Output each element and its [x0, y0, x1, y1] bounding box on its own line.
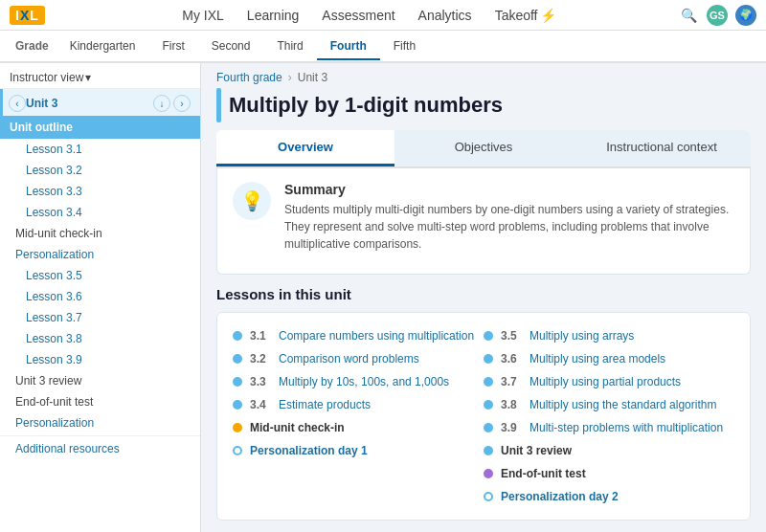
- search-button[interactable]: 🔍: [678, 5, 699, 26]
- lesson-item-3-4[interactable]: 3.4 Estimate products: [233, 393, 484, 416]
- main-layout: Instructor view ▾ ‹ Unit 3 ↓ › Unit outl…: [0, 63, 766, 532]
- user-avatar-blue[interactable]: 🌍: [735, 5, 756, 26]
- unit-outline-header: Unit outline: [0, 116, 200, 139]
- nav-my-ixl[interactable]: My IXL: [182, 8, 224, 23]
- lesson-link-personalization-2[interactable]: Personalization day 2: [501, 490, 619, 503]
- lesson-item-unit-review: Unit 3 review: [484, 439, 734, 462]
- nav-takeoff[interactable]: Takeoff⚡: [495, 8, 556, 23]
- grade-tab-1[interactable]: First: [148, 33, 197, 60]
- summary-body: Students multiply multi-digit numbers by…: [284, 201, 734, 253]
- nav-links: My IXL Learning Assessment Analytics Tak…: [60, 8, 678, 23]
- lesson-item-3-6[interactable]: 3.6 Multiply using area models: [484, 347, 734, 370]
- sidebar-end-of-unit: End-of-unit test: [0, 391, 200, 412]
- lesson-link-3-8[interactable]: Multiply using the standard algorithm: [529, 398, 716, 411]
- main-content: Fourth grade › Unit 3 Multiply by 1-digi…: [201, 63, 766, 532]
- unit-expand-arrow[interactable]: ↓: [153, 95, 170, 112]
- title-accent: [216, 88, 221, 122]
- overview-card: 💡 Summary Students multiply multi-digit …: [216, 168, 751, 275]
- grade-tab-k[interactable]: Kindergarten: [56, 33, 149, 60]
- summary-section: 💡 Summary Students multiply multi-digit …: [233, 182, 734, 253]
- lesson-link-3-2[interactable]: Comparison word problems: [279, 352, 419, 366]
- lesson-link-3-6[interactable]: Multiply using area models: [529, 352, 665, 366]
- lesson-item-3-5[interactable]: 3.5 Multiply using arrays: [484, 324, 734, 347]
- user-avatar-green[interactable]: GS: [707, 5, 728, 26]
- sidebar-item-lesson-3-7[interactable]: Lesson 3.7: [0, 307, 200, 328]
- lesson-item-3-3[interactable]: 3.3 Multiply by 10s, 100s, and 1,000s: [233, 370, 484, 393]
- sidebar-personalization-2[interactable]: Personalization: [0, 412, 200, 433]
- lesson-num-3-6: 3.6: [501, 352, 522, 366]
- breadcrumb: Fourth grade › Unit 3: [201, 63, 766, 88]
- lesson-link-3-7[interactable]: Multiply using partial products: [529, 375, 681, 388]
- nav-assessment[interactable]: Assessment: [322, 8, 394, 23]
- unit-next-arrow[interactable]: ›: [173, 95, 191, 112]
- lesson-item-3-1[interactable]: 3.1 Compare numbers using multiplication: [233, 324, 484, 347]
- unit-label: Unit 3: [26, 97, 153, 110]
- grade-tab-2[interactable]: Second: [198, 33, 264, 60]
- grade-tabs: Grade Kindergarten First Second Third Fo…: [0, 31, 766, 63]
- lesson-link-3-9[interactable]: Multi-step problems with multiplication: [529, 421, 723, 434]
- lesson-num-3-7: 3.7: [501, 375, 522, 388]
- tab-objectives[interactable]: Objectives: [394, 130, 573, 166]
- breadcrumb-separator: ›: [288, 71, 292, 84]
- lesson-link-personalization-1[interactable]: Personalization day 1: [250, 444, 368, 457]
- lesson-item-personalization-2[interactable]: Personalization day 2: [484, 485, 734, 508]
- lesson-label-unit-review: Unit 3 review: [501, 444, 572, 457]
- lesson-num-3-1: 3.1: [250, 329, 271, 343]
- nav-analytics[interactable]: Analytics: [418, 8, 472, 23]
- sidebar-item-lesson-3-6[interactable]: Lesson 3.6: [0, 286, 200, 307]
- lesson-item-mid-unit: Mid-unit check-in: [233, 416, 484, 439]
- nav-learning[interactable]: Learning: [247, 8, 300, 23]
- sidebar-item-lesson-3-5[interactable]: Lesson 3.5: [0, 265, 200, 286]
- sidebar-header: Instructor view ▾: [0, 63, 200, 89]
- lesson-item-3-8[interactable]: 3.8 Multiply using the standard algorith…: [484, 393, 734, 416]
- unit-prev-arrow[interactable]: ‹: [9, 95, 26, 112]
- page-title-bar: Multiply by 1-digit numbers: [201, 88, 766, 130]
- lesson-item-personalization-1[interactable]: Personalization day 1: [233, 439, 484, 462]
- tab-instructional-context[interactable]: Instructional context: [573, 130, 751, 166]
- lesson-item-3-9[interactable]: 3.9 Multi-step problems with multiplicat…: [484, 416, 734, 439]
- instructor-view-label[interactable]: Instructor view ▾: [10, 71, 91, 84]
- lesson-label-mid-unit: Mid-unit check-in: [250, 421, 345, 434]
- sidebar-item-lesson-3-3[interactable]: Lesson 3.3: [0, 181, 200, 202]
- lesson-dot-3-4: [233, 400, 242, 410]
- sidebar-item-lesson-3-8[interactable]: Lesson 3.8: [0, 328, 200, 349]
- lesson-dot-3-6: [484, 354, 493, 364]
- tab-overview[interactable]: Overview: [216, 130, 394, 166]
- sidebar: Instructor view ▾ ‹ Unit 3 ↓ › Unit outl…: [0, 63, 201, 532]
- sidebar-item-lesson-3-4[interactable]: Lesson 3.4: [0, 202, 200, 223]
- lesson-dot-3-5: [484, 331, 493, 341]
- lesson-dot-3-1: [233, 331, 242, 341]
- lesson-dot-personalization-2: [484, 492, 493, 501]
- sidebar-item-lesson-3-1[interactable]: Lesson 3.1: [0, 139, 200, 160]
- lesson-dot-3-2: [233, 354, 242, 364]
- lesson-label-end-of-unit: End-of-unit test: [501, 467, 586, 480]
- lesson-link-3-4[interactable]: Estimate products: [279, 398, 371, 411]
- sidebar-divider: [0, 435, 200, 436]
- sidebar-item-lesson-3-2[interactable]: Lesson 3.2: [0, 160, 200, 181]
- lesson-num-3-4: 3.4: [250, 398, 271, 411]
- sidebar-item-lesson-3-9[interactable]: Lesson 3.9: [0, 349, 200, 370]
- top-nav: IXL My IXL Learning Assessment Analytics…: [0, 0, 766, 31]
- grade-tab-5[interactable]: Fifth: [380, 33, 429, 60]
- lesson-dot-3-8: [484, 400, 493, 410]
- lesson-link-3-3[interactable]: Multiply by 10s, 100s, and 1,000s: [279, 375, 449, 388]
- lesson-link-3-5[interactable]: Multiply using arrays: [529, 329, 634, 343]
- lesson-item-3-2[interactable]: 3.2 Comparison word problems: [233, 347, 484, 370]
- bulb-icon: 💡: [233, 182, 271, 220]
- lesson-dot-3-3: [233, 377, 242, 387]
- unit-nav-arrows: ↓ ›: [153, 95, 191, 112]
- grade-tab-4[interactable]: Fourth: [317, 33, 380, 60]
- lessons-title: Lessons in this unit: [216, 286, 751, 302]
- lesson-item-3-7[interactable]: 3.7 Multiply using partial products: [484, 370, 734, 393]
- lessons-section: Lessons in this unit 3.1 Compare numbers…: [216, 286, 751, 521]
- sidebar-unit-review: Unit 3 review: [0, 370, 200, 391]
- breadcrumb-parent[interactable]: Fourth grade: [216, 71, 282, 84]
- sidebar-personalization-1[interactable]: Personalization: [0, 244, 200, 265]
- summary-heading: Summary: [284, 182, 734, 197]
- grade-tab-3[interactable]: Third: [263, 33, 316, 60]
- ixl-logo[interactable]: IXL: [10, 6, 45, 25]
- unit-nav: ‹ Unit 3 ↓ ›: [0, 89, 200, 116]
- lesson-num-3-3: 3.3: [250, 375, 271, 388]
- lesson-link-3-1[interactable]: Compare numbers using multiplication: [279, 329, 474, 343]
- sidebar-additional-resources[interactable]: Additional resources: [0, 438, 200, 459]
